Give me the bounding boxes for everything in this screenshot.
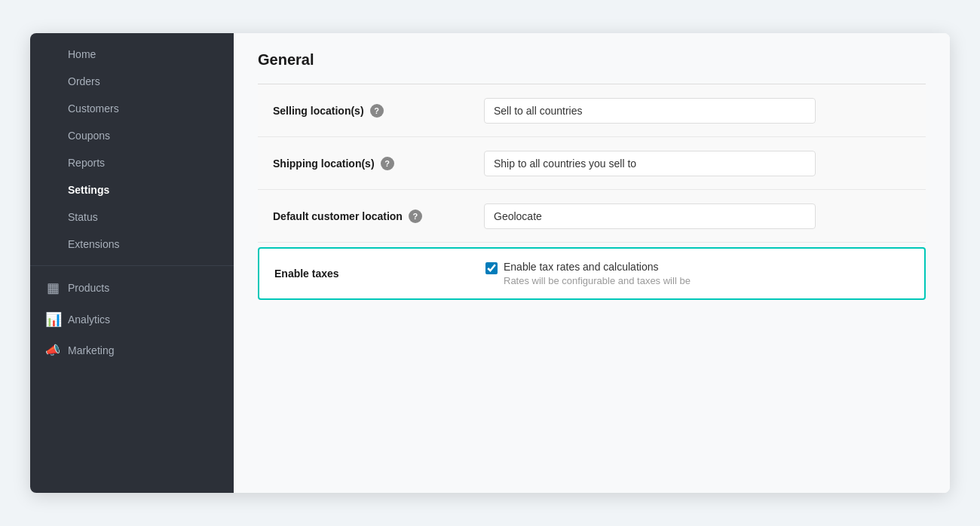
shipping-location-label: Shipping location(s) <box>273 157 375 170</box>
sidebar-item-analytics[interactable]: 📊 Analytics <box>30 304 234 335</box>
page-title: General <box>258 51 926 69</box>
sidebar-item-home[interactable]: Home <box>30 41 234 68</box>
sidebar-item-products[interactable]: ▦ Products <box>30 272 234 304</box>
sidebar-item-marketing[interactable]: 📣 Marketing <box>30 335 234 365</box>
enable-taxes-checkbox[interactable] <box>485 262 498 274</box>
settings-row-selling-location: Selling location(s) ? Sell to all countr… <box>258 84 926 137</box>
sidebar-item-customers[interactable]: Customers <box>30 95 234 122</box>
sidebar-item-settings[interactable]: Settings <box>30 176 234 203</box>
products-icon: ▦ <box>45 280 60 296</box>
default-customer-location-help-icon[interactable]: ? <box>409 209 422 223</box>
enable-taxes-label: Enable taxes <box>274 268 339 280</box>
shipping-location-select[interactable]: Ship to all countries you sell to <box>484 151 816 176</box>
default-customer-location-select[interactable]: Geolocate <box>484 203 816 229</box>
main-content: General Selling location(s) ? Sell to al… <box>234 33 950 493</box>
selling-location-help-icon[interactable]: ? <box>370 104 384 118</box>
app-window: Home Orders Customers Coupons Reports Se… <box>30 33 950 493</box>
sidebar-item-status[interactable]: Status <box>30 203 234 231</box>
enable-taxes-checkbox-label: Enable tax rates and calculations <box>504 261 691 273</box>
settings-row-enable-taxes: Enable taxes Enable tax rates and calcul… <box>258 247 926 300</box>
selling-location-select[interactable]: Sell to all countries <box>484 98 816 124</box>
shipping-location-help-icon[interactable]: ? <box>381 157 394 170</box>
default-customer-location-label: Default customer location <box>273 210 403 222</box>
sidebar-section-products: ▦ Products 📊 Analytics 📣 Marketing <box>30 265 234 365</box>
sidebar: Home Orders Customers Coupons Reports Se… <box>30 33 234 493</box>
enable-taxes-checkbox-sublabel: Rates will be configurable and taxes wil… <box>504 275 691 286</box>
selling-location-label: Selling location(s) <box>273 105 364 117</box>
sidebar-item-extensions[interactable]: Extensions <box>30 231 234 258</box>
marketing-icon: 📣 <box>45 343 60 357</box>
sidebar-item-coupons[interactable]: Coupons <box>30 122 234 149</box>
sidebar-item-reports[interactable]: Reports <box>30 149 234 176</box>
sidebar-item-orders[interactable]: Orders <box>30 68 234 95</box>
enable-taxes-checkbox-row: Enable tax rates and calculations Rates … <box>485 261 909 286</box>
settings-row-shipping-location: Shipping location(s) ? Ship to all count… <box>258 137 926 190</box>
settings-row-default-customer-location: Default customer location ? Geolocate <box>258 190 926 243</box>
analytics-icon: 📊 <box>45 311 60 328</box>
